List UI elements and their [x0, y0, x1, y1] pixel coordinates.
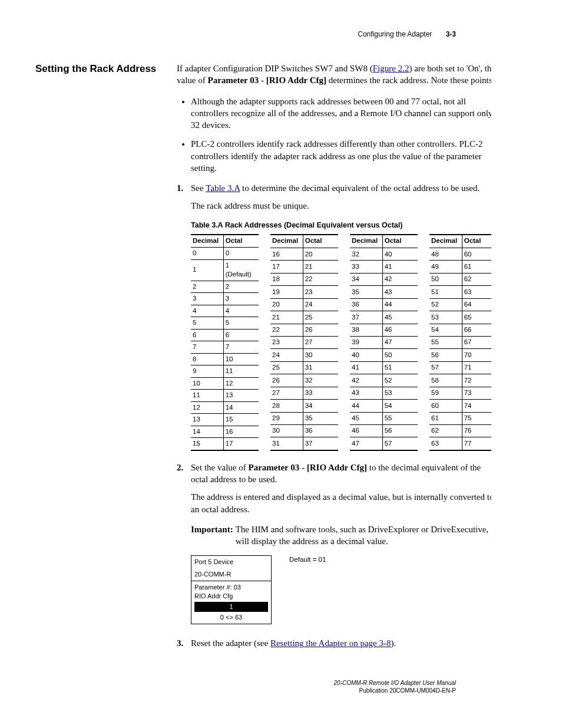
table-row: 1315 — [191, 414, 259, 426]
rack-table: DecimalOctal0011 (Default)22334455667781… — [191, 234, 259, 451]
table-row: 2834 — [270, 400, 338, 412]
table-cell: 37 — [350, 311, 382, 324]
table-cell: 30 — [270, 424, 303, 437]
table-cell: 36 — [350, 298, 382, 311]
table-row: 4757 — [350, 437, 418, 450]
table-caption: Table 3.A Rack Addresses (Decimal Equiva… — [191, 220, 491, 230]
body-column: If adapter Configuration DIP Switches SW… — [177, 62, 491, 655]
table-cell: 40 — [350, 349, 382, 361]
table-row: 2024 — [270, 298, 338, 311]
step-list-3: 3. Reset the adapter (see Resetting the … — [177, 637, 491, 649]
table-cell: 26 — [270, 374, 303, 387]
reset-link[interactable]: Resetting the Adapter on page 3-8 — [270, 638, 391, 648]
bullet-list: Although the adapter supports rack addre… — [177, 95, 491, 174]
table-cell: 32 — [303, 374, 338, 387]
figure-link[interactable]: Figure 2.2 — [373, 64, 409, 73]
table-cell: 73 — [462, 387, 491, 399]
step-number: 3. — [177, 637, 191, 649]
table-cell: 36 — [303, 424, 338, 437]
table-cell: 2 — [191, 281, 223, 293]
table-cell: 3 — [223, 293, 259, 305]
table-cell: 20 — [270, 298, 303, 311]
table-ref-link[interactable]: Table 3.A — [206, 183, 240, 193]
table-cell: 44 — [382, 298, 418, 311]
rack-table: DecimalOctal3240334134423543364437453846… — [350, 234, 418, 451]
rack-address-tables: DecimalOctal0011 (Default)22334455667781… — [191, 234, 491, 451]
step-number: 2. — [177, 462, 191, 486]
table-row: 5466 — [429, 324, 491, 336]
table-cell: 51 — [382, 361, 418, 374]
table-row: 6377 — [429, 437, 491, 450]
manual-title: 20-COMM-R Remote I/O Adapter User Manual — [35, 679, 456, 687]
table-cell: 1 — [191, 259, 223, 281]
table-cell: 23 — [270, 337, 303, 349]
table-cell: 43 — [350, 387, 382, 399]
table-cell: 31 — [270, 437, 303, 450]
table-row: 1822 — [270, 273, 338, 285]
table-row: 5264 — [429, 298, 491, 311]
table-cell: 27 — [303, 337, 338, 349]
table-row: 4050 — [350, 349, 418, 361]
table-cell: 16 — [270, 248, 303, 261]
table-cell: 12 — [223, 377, 259, 390]
table-cell: 5 — [223, 317, 259, 330]
table-cell: 1 (Default) — [223, 259, 259, 281]
table-cell: 37 — [303, 437, 338, 450]
table-cell: 59 — [429, 387, 462, 399]
table-row: 3442 — [350, 273, 418, 285]
table-row: 1416 — [191, 426, 259, 438]
him-line: RIO Addr Cfg — [191, 592, 271, 602]
table-row: 3644 — [350, 298, 418, 311]
table-cell: 38 — [350, 324, 382, 336]
table-cell: 52 — [429, 298, 462, 311]
table-row: 3036 — [270, 424, 338, 437]
table-row: 2733 — [270, 387, 338, 399]
table-row: 3341 — [350, 261, 418, 273]
table-cell: 7 — [223, 341, 259, 354]
table-cell: 32 — [350, 248, 382, 261]
table-cell: 4 — [223, 305, 259, 317]
table-cell: 42 — [382, 273, 418, 285]
table-cell: 48 — [429, 248, 462, 261]
page-footer: 20-COMM-R Remote I/O Adapter User Manual… — [35, 679, 456, 694]
rack-table: DecimalOctal4860496150625163526453655466… — [429, 234, 491, 451]
table-row: 1113 — [191, 390, 259, 402]
table-cell: 43 — [382, 286, 418, 298]
table-cell: 63 — [462, 286, 491, 298]
unique-note: The rack address must be unique. — [191, 200, 491, 212]
table-row: 11 (Default) — [191, 259, 259, 281]
table-cell: 33 — [303, 387, 338, 399]
list-item: Although the adapter supports rack addre… — [191, 95, 491, 131]
table-cell: 41 — [350, 361, 382, 374]
table-cell: 13 — [223, 390, 259, 402]
table-cell: 22 — [303, 273, 338, 285]
table-row: 6175 — [429, 412, 491, 424]
him-default-label: Default = 01 — [289, 555, 326, 565]
table-cell: 50 — [382, 349, 418, 361]
him-range: 0 <> 63 — [191, 612, 271, 624]
table-cell: 14 — [191, 426, 223, 438]
table-row: 4353 — [350, 387, 418, 399]
table-cell: 8 — [191, 353, 223, 365]
table-row: 66 — [191, 329, 259, 341]
table-cell: 29 — [270, 412, 303, 424]
chapter-title: Configuring the Adapter — [358, 30, 432, 38]
step-text: Set the value of Parameter 03 - [RIO Add… — [191, 462, 491, 486]
table-cell: 49 — [429, 261, 462, 273]
table-cell: 5 — [191, 317, 223, 330]
table-row: 810 — [191, 353, 259, 365]
table-cell: 41 — [382, 261, 418, 273]
table-header: Octal — [382, 235, 418, 248]
table-row: 4555 — [350, 412, 418, 424]
table-cell: 7 — [191, 341, 223, 354]
table-row: 4252 — [350, 374, 418, 387]
table-cell: 71 — [462, 361, 491, 374]
table-cell: 66 — [462, 324, 491, 336]
table-row: 77 — [191, 341, 259, 354]
table-header: Octal — [303, 235, 338, 248]
important-text: The HIM and software tools, such as Driv… — [236, 523, 491, 548]
table-cell: 19 — [270, 286, 303, 298]
table-row: 5062 — [429, 273, 491, 285]
step-3: 3. Reset the adapter (see Resetting the … — [177, 637, 491, 649]
table-cell: 56 — [429, 349, 462, 361]
